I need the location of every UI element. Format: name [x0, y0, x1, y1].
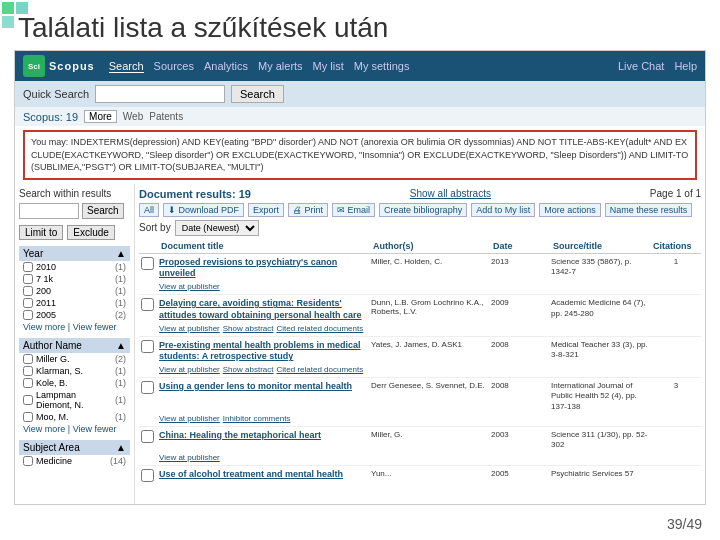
slide-title: Találati lista a szűkítések után	[0, 0, 720, 50]
author-view-more[interactable]: View more | View fewer	[19, 423, 130, 435]
sort-label: Sort by	[139, 222, 171, 233]
doc-3-title[interactable]: Pre-existing mental health problems in m…	[159, 340, 371, 363]
doc-4-inhibitor[interactable]: Inhibitor comments	[223, 414, 291, 423]
toolbar-all[interactable]: All	[139, 203, 159, 217]
sort-select[interactable]: Date (Newest) Date (Oldest) Cited (Most)	[175, 220, 259, 236]
author-moo-checkbox[interactable]	[23, 412, 33, 422]
author-filter-toggle: ▲	[116, 340, 126, 351]
author-filter-header[interactable]: Author Name ▲	[19, 338, 130, 353]
sidebar-search-button[interactable]: Search	[82, 203, 124, 219]
web-tab[interactable]: Web	[123, 111, 143, 122]
doc-5-view-publisher[interactable]: View at publisher	[159, 453, 220, 462]
sidebar-search-row: Search	[19, 203, 130, 219]
refine-row: Limit to Exclude	[19, 225, 130, 240]
scopus-nav: Search Sources Analytics My alerts My li…	[109, 60, 410, 73]
toolbar-download-pdf[interactable]: ⬇ Download PDF	[163, 203, 244, 217]
doc-4-title[interactable]: Using a gender lens to monitor mental he…	[159, 381, 371, 393]
doc-2-cited-docs[interactable]: Cited related documents	[276, 324, 363, 333]
doc-2-checkbox[interactable]	[141, 298, 154, 311]
toolbar-export[interactable]: Export	[248, 203, 284, 217]
nav-livechat[interactable]: Live Chat	[618, 60, 664, 72]
exclude-button[interactable]: Exclude	[67, 225, 115, 240]
year-2011: 2011 (1)	[19, 297, 130, 309]
doc-5-title[interactable]: China: Healing the metaphorical heart	[159, 430, 371, 442]
col-citations: Citations	[651, 241, 701, 251]
toolbar-print[interactable]: 🖨 Print	[288, 203, 328, 217]
doc-3-source: Medical Teacher 33 (3), pp. 3-8-321	[551, 340, 651, 361]
doc-2-author: Dunn, L.B. Grom Lochrino K.A., Roberts, …	[371, 298, 491, 316]
year-2010-checkbox[interactable]	[23, 262, 33, 272]
doc-2-source: Academic Medicine 64 (7), pp. 245-280	[551, 298, 651, 319]
year-71k-checkbox[interactable]	[23, 274, 33, 284]
author-lampman-checkbox[interactable]	[23, 395, 33, 405]
nav-alerts[interactable]: My alerts	[258, 60, 303, 73]
sidebar-search-input[interactable]	[19, 203, 79, 219]
quick-search-button[interactable]: Search	[231, 85, 284, 103]
year-2005-checkbox[interactable]	[23, 310, 33, 320]
doc-2-view-publisher[interactable]: View at publisher	[159, 324, 220, 333]
scopus-brand: Scopus	[49, 60, 95, 72]
col-source: Source/title	[551, 241, 651, 251]
nav-analytics[interactable]: Analytics	[204, 60, 248, 73]
nav-help[interactable]: Help	[674, 60, 697, 72]
patents-tab[interactable]: Patents	[149, 111, 183, 122]
main-layout: Search within results Search Limit to Ex…	[15, 184, 705, 504]
year-filter-toggle: ▲	[116, 248, 126, 259]
doc-1-title[interactable]: Proposed revisions to psychiatry's canon…	[159, 257, 371, 280]
doc-3-show-abstract[interactable]: Show abstract	[223, 365, 274, 374]
doc-2-show-abstract[interactable]: Show abstract	[223, 324, 274, 333]
doc-item-1: Proposed revisions to psychiatry's canon…	[139, 254, 701, 295]
doc-3-view-publisher[interactable]: View at publisher	[159, 365, 220, 374]
doc-4-checkbox[interactable]	[141, 381, 154, 394]
doc-1-links: View at publisher	[139, 282, 701, 291]
year-2011-checkbox[interactable]	[23, 298, 33, 308]
quick-search-input[interactable]	[95, 85, 225, 103]
doc-2-title[interactable]: Delaying care, avoiding stigma: Resident…	[159, 298, 371, 321]
doc-results-title: Document results: 19	[139, 188, 251, 200]
doc-6-checkbox[interactable]	[141, 469, 154, 482]
nav-mylist[interactable]: My list	[313, 60, 344, 73]
nav-settings[interactable]: My settings	[354, 60, 410, 73]
limit-to-button[interactable]: Limit to	[19, 225, 63, 240]
toolbar-email[interactable]: ✉ Email	[332, 203, 375, 217]
author-kole-checkbox[interactable]	[23, 378, 33, 388]
toolbar-bibliography[interactable]: Create bibliography	[379, 203, 467, 217]
doc-3-checkbox[interactable]	[141, 340, 154, 353]
nav-sources[interactable]: Sources	[154, 60, 194, 73]
more-button[interactable]: More	[84, 110, 117, 123]
doc-3-cited-docs[interactable]: Cited related documents	[276, 365, 363, 374]
year-filter: Year ▲ 2010 (1) 7 1k (1) 200 (1)	[19, 246, 130, 333]
doc-4-citations: 3	[651, 381, 701, 390]
doc-4-view-publisher[interactable]: View at publisher	[159, 414, 220, 423]
doc-6-year: 2005	[491, 469, 551, 478]
doc-1-year: 2013	[491, 257, 551, 266]
doc-5-checkbox[interactable]	[141, 430, 154, 443]
author-klarman-checkbox[interactable]	[23, 366, 33, 376]
doc-item-3: Pre-existing mental health problems in m…	[139, 337, 701, 378]
doc-2-links: View at publisher Show abstract Cited re…	[139, 324, 701, 333]
toolbar-add-to-mylist[interactable]: Add to My list	[471, 203, 535, 217]
year-200-checkbox[interactable]	[23, 286, 33, 296]
nav-search[interactable]: Search	[109, 60, 144, 73]
subject-medicine-checkbox[interactable]	[23, 456, 33, 466]
doc-1-view-publisher[interactable]: View at publisher	[159, 282, 220, 291]
doc-2-year: 2009	[491, 298, 551, 307]
author-moo: Moo, M. (1)	[19, 411, 130, 423]
year-view-more[interactable]: View more | View fewer	[19, 321, 130, 333]
doc-3-author: Yates, J. James, D. ASK1	[371, 340, 491, 349]
year-filter-header[interactable]: Year ▲	[19, 246, 130, 261]
author-miller: Miller G. (2)	[19, 353, 130, 365]
toolbar-name-results[interactable]: Name these results	[605, 203, 693, 217]
col-checkbox	[139, 241, 159, 251]
content-area: Document results: 19 Show all abstracts …	[135, 184, 705, 504]
subject-filter-header[interactable]: Subject Area ▲	[19, 440, 130, 455]
author-miller-checkbox[interactable]	[23, 354, 33, 364]
author-klarman: Klarman, S. (1)	[19, 365, 130, 377]
doc-4-year: 2008	[491, 381, 551, 390]
doc-6-title[interactable]: Use of alcohol treatment and mental heal…	[159, 469, 371, 481]
doc-1-author: Miller, C. Holden, C.	[371, 257, 491, 266]
show-all-abstracts[interactable]: Show all abstracts	[410, 188, 491, 199]
doc-1-checkbox[interactable]	[141, 257, 154, 270]
quick-search-bar: Quick Search Search	[15, 81, 705, 107]
toolbar-more-actions[interactable]: More actions	[539, 203, 601, 217]
